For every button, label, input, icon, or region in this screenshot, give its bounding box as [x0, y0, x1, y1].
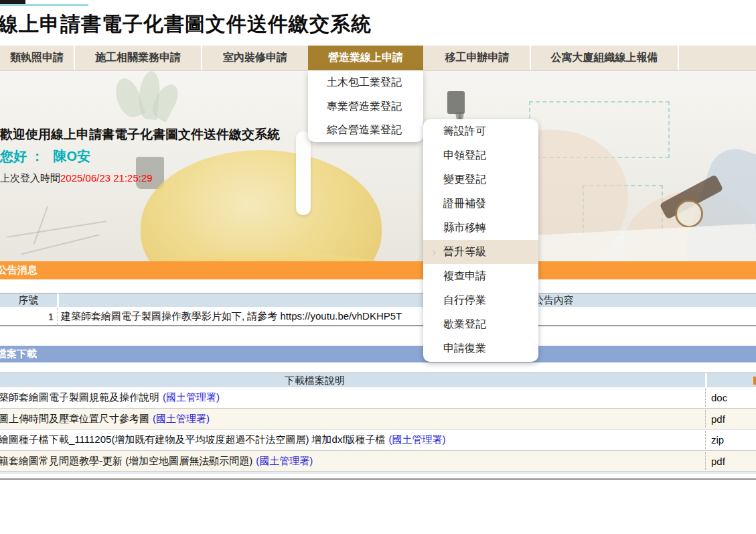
- col-header-description: 下載檔案說明: [248, 373, 382, 388]
- last-login-time: 2025/06/23 21:25:29: [60, 172, 153, 184]
- paper-roll-graphic: [296, 131, 311, 215]
- menu-item-general-contractor[interactable]: 綜合營造業登記: [308, 118, 423, 142]
- download-row: 築師套繪圖電子製圖規範及操作說明(國土管理署) doc: [0, 387, 756, 409]
- last-login-label: 上次登入時間: [0, 172, 60, 184]
- download-description: 繪圖種子檔下載_1111205(增加既有建物及平均坡度超過不計法空圖層) 增加d…: [0, 433, 386, 446]
- download-row: 籍套繪圖常見問題教學-更新 (增加空地圖層無法顯示問題)(國土管理署) pdf: [0, 451, 756, 472]
- compass-graphic: [447, 91, 465, 114]
- submenu-item-voluntary-suspension[interactable]: 自行停業: [423, 288, 538, 312]
- sketch-lines: [21, 235, 100, 255]
- watch-face-graphic: [675, 200, 703, 228]
- file-type: pdf: [711, 451, 725, 471]
- menu-item-civil-contractor[interactable]: 土木包工業登記: [308, 70, 423, 94]
- chevron-right-icon: ›: [427, 240, 441, 264]
- sketch-lines: [7, 220, 106, 237]
- hardhat-graphic: [141, 150, 382, 261]
- general-contractor-submenu: 籌設許可 申領登記 變更登記 證冊補發 縣市移轉 › 晉升等級 複查申請 自行停…: [423, 119, 538, 362]
- menu-item-specialty-contractor[interactable]: 專業營造業登記: [308, 94, 423, 119]
- download-description: 築師套繪圖電子製圖規範及操作說明: [0, 391, 159, 404]
- announcement-no: 1: [0, 307, 54, 326]
- announcement-row: 1 建築師套繪圖電子製圖操作教學影片如下, 請參考 https://youtu.…: [0, 307, 756, 326]
- download-row: 圖上傳時間及壓章位置尺寸參考圖(國土管理署) pdf: [0, 409, 756, 429]
- column-divider: [705, 452, 706, 470]
- file-type: zip: [711, 429, 724, 450]
- col-header-content: 公告內容: [534, 293, 574, 308]
- agency-link[interactable]: (國土管理署): [256, 455, 313, 468]
- agency-link[interactable]: (國土管理署): [163, 391, 220, 404]
- column-divider: [705, 431, 706, 449]
- download-description: 圖上傳時間及壓章位置尺寸參考圖: [0, 413, 149, 425]
- column-divider: [57, 308, 58, 325]
- submenu-item-establishment-permit[interactable]: 籌設許可: [423, 119, 538, 143]
- column-divider: [705, 410, 706, 427]
- greeting: 您好 ：陳O安: [0, 147, 90, 165]
- main-nav: 類執照申請 施工相關業務申請 室內裝修申請 營造業線上申請 移工申辦申請 公寓大…: [0, 46, 756, 70]
- nav-item-contractor-online[interactable]: 營造業線上申請: [308, 46, 423, 70]
- column-divider: [705, 389, 706, 407]
- submenu-item-review-application[interactable]: 複查申請: [423, 264, 538, 288]
- file-type: pdf: [711, 409, 725, 429]
- user-name: 陳O安: [54, 149, 91, 163]
- submenu-item-closure-registration[interactable]: 歇業登記: [423, 312, 538, 336]
- page: 線上申請書電子化書圖文件送件繳交系統 類執照申請 施工相關業務申請 室內裝修申請…: [0, 0, 756, 534]
- submenu-item-county-transfer[interactable]: 縣市移轉: [423, 216, 538, 240]
- announcements-section-header: 公告消息: [0, 261, 756, 279]
- col-header-no: 序號: [0, 293, 57, 308]
- table-bottom-border: [0, 478, 756, 480]
- welcome-heading: 歡迎使用線上申請書電子化書圖文件送件繳交系統: [0, 126, 280, 143]
- nav-item-construction-business[interactable]: 施工相關業務申請: [75, 46, 201, 70]
- submenu-item-change-registration[interactable]: 變更登記: [423, 168, 538, 192]
- agency-link[interactable]: (國土管理署): [389, 433, 446, 446]
- submenu-item-resume-business[interactable]: 申請復業: [423, 336, 538, 360]
- window-edge-accent-line: [0, 4, 88, 6]
- announcements-table-header: 序號 公告內容: [0, 293, 756, 307]
- download-row: 繪圖種子檔下載_1111205(增加既有建物及平均坡度超過不計法空圖層) 增加d…: [0, 429, 756, 451]
- sketch-lines: [33, 206, 48, 244]
- table-bottom-line: [0, 472, 756, 474]
- column-divider: [57, 293, 59, 308]
- nav-item-migrant-worker[interactable]: 移工申辦申請: [425, 46, 530, 70]
- nav-item-license[interactable]: 類執照申請: [0, 46, 74, 70]
- announcements-section-title: 公告消息: [0, 264, 37, 277]
- column-divider: [705, 373, 707, 388]
- agency-link[interactable]: (國土管理署): [153, 413, 210, 425]
- clipped-header-fragment: [753, 377, 756, 385]
- downloads-table-header: 下載檔案說明: [0, 373, 756, 387]
- page-title: 線上申請書電子化書圖文件送件繳交系統: [0, 11, 372, 38]
- download-description: 籍套繪圖常見問題教學-更新 (增加空地圖層無法顯示問題): [0, 455, 252, 468]
- announcement-content: 建築師套繪圖電子製圖操作教學影片如下, 請參考 https://youtu.be…: [61, 307, 402, 326]
- last-login: 上次登入時間2025/06/23 21:25:29: [0, 172, 153, 185]
- downloads-section-header: 檔案下載: [0, 346, 756, 362]
- nav-item-condo-org[interactable]: 公寓大廈組織線上報備: [531, 46, 678, 70]
- nav-separator: [678, 46, 679, 70]
- contractor-dropdown-menu: 土木包工業登記 專業營造業登記 綜合營造業登記: [308, 70, 423, 142]
- submenu-item-claim-registration[interactable]: 申領登記: [423, 143, 538, 168]
- submenu-item-certificate-reissue[interactable]: 證冊補發: [423, 192, 538, 216]
- downloads-section-title: 檔案下載: [0, 348, 37, 360]
- file-type: doc: [711, 387, 727, 408]
- greeting-label: 您好 ：: [0, 149, 44, 163]
- nav-item-interior-renovation[interactable]: 室內裝修申請: [202, 46, 308, 70]
- submenu-item-grade-promotion[interactable]: › 晉升等級: [423, 240, 538, 264]
